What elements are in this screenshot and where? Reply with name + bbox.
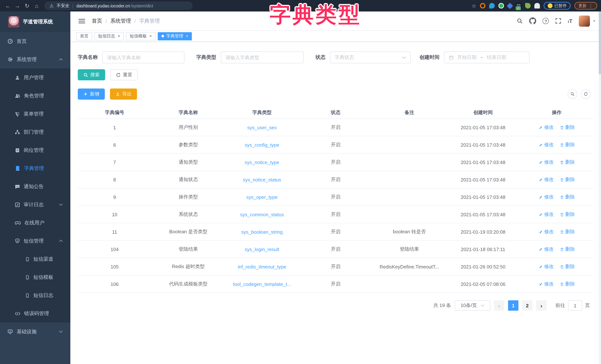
edit-link[interactable]: 修改 [539,263,554,270]
security-label[interactable]: 不安全 [57,3,70,9]
avatar-caret-icon[interactable]: ▾ [593,19,595,23]
dict-type-link[interactable]: tool_codegen_template_t... [225,281,299,287]
sidebar-item-audit-log[interactable]: 审计日志 [0,195,70,214]
extension-icon[interactable] [525,3,531,9]
sidebar-item-sms-mgmt[interactable]: 短信管理 [0,232,70,250]
sidebar-item-dept-mgmt[interactable]: 部门管理 [0,123,70,141]
sidebar-item-post-mgmt[interactable]: 岗位管理 [0,141,70,159]
sidebar-item-role-mgmt[interactable]: 角色管理 [0,87,70,105]
tab-sms-log[interactable]: 短信日志× [94,32,124,40]
page-size-select[interactable]: 10条/页 [455,300,490,311]
back-icon[interactable]: ← [4,0,12,11]
sidebar-item-system-mgmt[interactable]: 系统管理 [0,50,70,69]
close-icon[interactable]: × [118,34,120,38]
delete-link[interactable]: 删除 [560,281,575,287]
bookmark-star-icon[interactable]: ☆ [471,3,476,9]
goto-page-input[interactable] [568,300,582,311]
tab-sms-template[interactable]: 短信模板× [126,32,156,40]
create-button[interactable]: 新增 [78,89,105,100]
close-icon[interactable]: × [186,34,188,38]
edit-link[interactable]: 修改 [539,228,554,235]
create-time-label: 创建时间 [420,54,440,61]
sidebar-item-notice[interactable]: 通知公告 [0,177,70,195]
sidebar-item-menu-mgmt[interactable]: 菜单管理 [0,105,70,123]
extension-icon[interactable] [480,3,485,9]
github-icon[interactable] [529,17,536,24]
refresh-table-icon[interactable] [581,89,591,99]
font-size-icon[interactable]: tT [568,18,572,24]
address-bar[interactable]: ⚠ 不安全 | dashboard.yudao.iocoder.cn/syste… [44,1,192,10]
date-range-picker[interactable]: 开始日期 ~ 结束日期 [444,51,530,63]
edit-link[interactable]: 修改 [539,176,554,183]
extension-icon[interactable] [507,3,513,9]
help-icon[interactable]: ? [543,18,549,24]
delete-link[interactable]: 删除 [560,263,575,270]
sidebar-item-sms-log[interactable]: 短信日志 [0,286,70,304]
sidebar-item-home[interactable]: 首页 [0,32,70,50]
edit-link[interactable]: 修改 [539,142,554,148]
edit-link[interactable]: 修改 [539,281,554,287]
tab-home[interactable]: 首页 [76,32,92,40]
dict-type-link[interactable]: sys_oper_type [225,194,299,200]
page-button-1[interactable]: 1 [508,300,518,311]
delete-link[interactable]: 删除 [560,246,575,253]
dict-type-link[interactable]: sys_boolean_string [225,229,299,235]
extension-icon[interactable] [489,3,495,9]
browser-menu-icon[interactable]: ⋮ [588,3,593,9]
dict-type-input[interactable] [221,51,304,63]
show-search-toggle-icon[interactable] [568,89,577,99]
sidebar-collapse-icon[interactable] [79,19,85,23]
delete-link[interactable]: 删除 [560,142,575,148]
sidebar-item-sms-channel[interactable]: 短信渠道 [0,250,70,268]
user-avatar[interactable] [579,15,590,27]
edit-link[interactable]: 修改 [539,124,554,131]
dict-type-link[interactable]: sys_common_status [225,212,299,217]
extension-icon[interactable]: on [516,3,521,9]
dict-type-link[interactable]: sys_user_sex [225,125,299,130]
sidebar-item-sms-template[interactable]: 短信模板 [0,268,70,286]
fullscreen-icon[interactable] [555,18,561,24]
delete-link[interactable]: 删除 [560,211,575,218]
edit-link[interactable]: 修改 [539,246,554,253]
dict-type-link[interactable]: sys_login_result [225,246,299,252]
search-icon[interactable] [517,18,523,24]
dict-type-link[interactable]: sys_notice_status [225,177,299,182]
edit-link[interactable]: 修改 [539,211,554,218]
delete-link[interactable]: 删除 [560,159,575,165]
dict-name-input[interactable] [102,51,184,63]
sidebar-item-infrastructure[interactable]: 基础设施 [0,323,70,341]
breadcrumb-system[interactable]: 系统管理 [110,18,131,24]
scrollbar-thumb[interactable] [599,11,601,74]
dict-type-link[interactable]: inf_redis_timeout_type [225,264,299,269]
tab-dict-mgmt[interactable]: 字典管理× [158,32,192,40]
app-logo[interactable]: 芋道管理系统 [0,11,70,32]
dict-type-link[interactable]: sys_config_type [225,142,299,148]
home-icon[interactable]: ⌂ [33,0,41,11]
forward-icon[interactable]: → [13,0,21,11]
reset-button[interactable]: 重置 [110,69,138,80]
sidebar-item-online-users[interactable]: 在线用户 [0,214,70,232]
delete-link[interactable]: 删除 [560,228,575,235]
edit-link[interactable]: 修改 [539,159,554,165]
breadcrumb-home[interactable]: 首页 [92,18,102,24]
chrome-update-button[interactable]: 更新 ⋮ [574,2,597,10]
edit-link[interactable]: 修改 [539,194,554,200]
profile-paused-button[interactable]: 已暂停 [544,2,571,10]
export-button[interactable]: 导出 [110,89,137,100]
close-icon[interactable]: × [150,34,152,38]
extension-icon[interactable] [534,3,540,9]
dict-type-link[interactable]: sys_notice_type [225,159,299,165]
sidebar-item-dict-mgmt[interactable]: 字典管理 [0,159,70,177]
prev-page-button[interactable]: ‹ [494,300,504,311]
next-page-button[interactable]: › [536,300,547,311]
status-select[interactable]: 字典状态 [330,51,411,63]
sidebar-item-errcode-mgmt[interactable]: 错误码管理 [0,304,70,323]
delete-link[interactable]: 删除 [560,194,575,200]
reload-icon[interactable]: ↻ [23,0,31,11]
delete-link[interactable]: 删除 [560,124,575,131]
sidebar-item-user-mgmt[interactable]: 用户管理 [0,69,70,87]
extension-icon[interactable] [498,3,504,9]
delete-link[interactable]: 删除 [560,176,575,183]
search-button[interactable]: 搜索 [78,69,105,80]
page-button-2[interactable]: 2 [522,300,532,311]
